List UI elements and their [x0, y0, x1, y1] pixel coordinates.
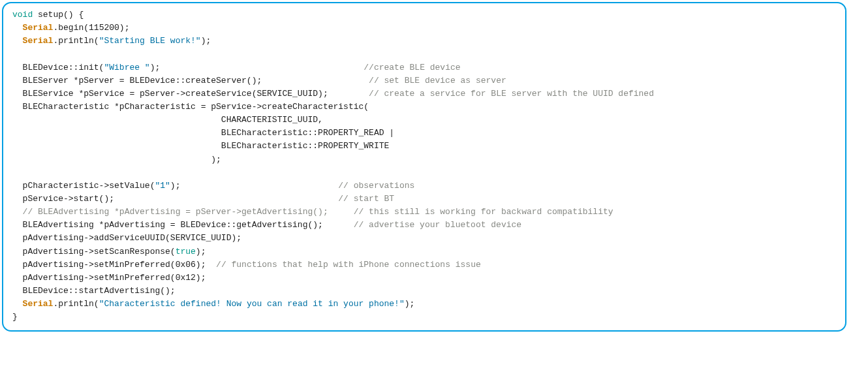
code-token-str: "1"	[155, 181, 170, 191]
code-token-plain: pAdvertising->setMinPreferred(	[12, 260, 176, 270]
code-token-kw: true	[176, 247, 196, 257]
code-token-plain: pAdvertising->setMinPreferred(	[12, 273, 176, 283]
code-token-plain: pAdvertising->addServiceUUID(SERVICE_UUI…	[12, 233, 241, 243]
code-token-plain: );	[405, 299, 415, 309]
code-token-plain: BLEDevice::init(	[12, 63, 104, 72]
code-token-plain	[12, 36, 23, 46]
code-token-plain: BLECharacteristic::PROPERTY_READ |	[12, 128, 394, 138]
code-token-str: "Wibree "	[104, 63, 149, 72]
code-token-plain: 0x06	[176, 260, 196, 270]
code-token-plain: }	[12, 312, 18, 322]
code-token-com: // set BLE device as server	[369, 76, 506, 86]
code-token-plain: 0x12	[176, 273, 196, 283]
code-token-com: // BLEAdvertising *pAdvertising = pServe…	[23, 207, 613, 217]
code-token-str: "Characteristic defined! Now you can rea…	[99, 299, 405, 309]
code-content: void setup() { Serial.begin(115200); Ser…	[12, 8, 836, 324]
code-token-str: "Starting BLE work!"	[99, 36, 201, 46]
code-token-plain: .println(	[53, 36, 99, 46]
code-token-plain: .println(	[53, 299, 99, 309]
code-token-plain: BLEAdvertising *pAdvertising = BLEDevice…	[12, 220, 354, 230]
code-token-plain: BLECharacteristic::PROPERTY_WRITE	[12, 141, 389, 151]
code-token-plain	[12, 23, 23, 33]
code-token-plain	[12, 299, 23, 309]
code-token-plain: pService->start();	[12, 194, 338, 204]
code-token-com: // create a service for BLE server with …	[369, 89, 654, 99]
code-token-com: // start BT	[338, 194, 394, 204]
code-token-plain: pAdvertising->setScanResponse(	[12, 247, 176, 257]
code-token-plain: );	[196, 247, 206, 257]
code-token-plain: 115200	[89, 23, 119, 33]
code-token-plain: .begin(	[53, 23, 89, 33]
code-token-type: Serial	[23, 23, 54, 33]
code-token-com: // observations	[338, 181, 414, 191]
code-token-plain: BLEServer *pServer = BLEDevice::createSe…	[12, 76, 369, 86]
code-token-plain: );	[201, 36, 211, 46]
code-token-plain: );	[119, 23, 130, 33]
code-token-plain	[12, 207, 23, 217]
code-token-kw: void	[12, 10, 33, 20]
code-token-plain: setup	[33, 10, 63, 20]
code-token-plain: );	[196, 273, 206, 283]
code-token-com: //create BLE device	[364, 63, 460, 72]
code-token-plain: pCharacteristic->setValue(	[12, 181, 155, 191]
code-token-plain: CHARACTERISTIC_UUID,	[12, 115, 323, 125]
code-token-plain: BLEDevice::startAdvertising();	[12, 286, 176, 296]
code-token-plain: );	[196, 260, 216, 270]
code-token-type: Serial	[23, 36, 54, 46]
code-token-plain: BLEService *pService = pServer->createSe…	[12, 89, 369, 99]
code-token-plain: BLECharacteristic *pCharacteristic = pSe…	[12, 102, 369, 112]
code-token-type: Serial	[23, 299, 54, 309]
code-token-plain: () {	[63, 10, 84, 20]
code-token-plain: );	[170, 181, 338, 191]
code-token-com: // advertise your bluetoot device	[354, 220, 521, 230]
code-token-com: // functions that help with iPhone conne…	[216, 260, 481, 270]
code-block: void setup() { Serial.begin(115200); Ser…	[2, 2, 846, 332]
code-token-plain: );	[150, 63, 364, 72]
code-token-plain: );	[12, 155, 221, 164]
